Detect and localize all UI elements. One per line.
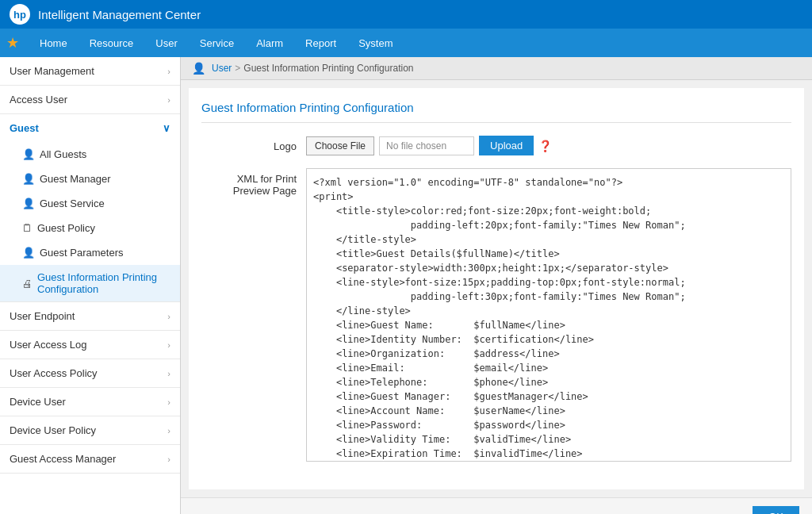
- help-icon[interactable]: ❓: [538, 140, 552, 152]
- sidebar-section-device-user: Device User ›: [0, 388, 180, 416]
- sidebar-section-user-access-log: User Access Log ›: [0, 331, 180, 359]
- nav-star[interactable]: ★: [6, 34, 19, 52]
- choose-file-button[interactable]: Choose File: [306, 136, 374, 155]
- logo-file-control: Choose File No file chosen Upload ❓: [306, 136, 791, 155]
- sidebar-item-guest-manager[interactable]: 👤 Guest Manager: [0, 167, 180, 191]
- logo-form-row: Logo Choose File No file chosen Upload ❓: [201, 136, 791, 155]
- person-icon: 👤: [22, 148, 35, 160]
- chevron-right-icon: ›: [167, 340, 170, 350]
- sidebar: User Management › Access User › Guest ∨ …: [0, 57, 181, 514]
- sidebar-section-user-management: User Management ›: [0, 57, 180, 86]
- sidebar-section-user-endpoint: User Endpoint ›: [0, 302, 180, 331]
- sidebar-group-guest[interactable]: Guest ∨: [0, 114, 180, 142]
- sidebar-item-all-guests[interactable]: 👤 All Guests: [0, 142, 180, 167]
- top-header: hp Intelligent Management Center: [0, 0, 812, 29]
- nav-alarm[interactable]: Alarm: [245, 29, 294, 57]
- sidebar-section-user-access-policy: User Access Policy ›: [0, 359, 180, 388]
- file-input-area: Choose File No file chosen Upload ❓: [306, 136, 791, 155]
- bottom-bar: OK: [181, 497, 812, 514]
- sidebar-item-user-access-policy[interactable]: User Access Policy ›: [0, 359, 180, 387]
- sidebar-item-user-management[interactable]: User Management ›: [0, 57, 180, 85]
- file-name-display: No file chosen: [379, 136, 474, 155]
- chevron-right-icon: ›: [167, 312, 170, 321]
- chevron-right-icon: ›: [167, 67, 170, 76]
- user-icon: 👤: [192, 62, 205, 75]
- nav-service[interactable]: Service: [189, 29, 245, 57]
- page-title: Guest Information Printing Configuration: [201, 101, 791, 123]
- person-icon: 👤: [22, 198, 35, 209]
- ok-button[interactable]: OK: [753, 506, 799, 514]
- nav-resource[interactable]: Resource: [79, 29, 145, 57]
- logo-label: Logo: [201, 136, 297, 152]
- sidebar-item-device-user-policy[interactable]: Device User Policy ›: [0, 416, 180, 444]
- nav-home[interactable]: Home: [29, 29, 79, 57]
- sidebar-item-guest-policy[interactable]: 🗒 Guest Policy: [0, 216, 180, 240]
- sidebar-section-access-user: Access User ›: [0, 86, 180, 114]
- nav-report[interactable]: Report: [294, 29, 347, 57]
- chevron-right-icon: ›: [167, 397, 170, 407]
- params-icon: 👤: [22, 247, 35, 259]
- sidebar-item-user-endpoint[interactable]: User Endpoint ›: [0, 302, 180, 330]
- nav-bar: ★ Home Resource User Service Alarm Repor…: [0, 29, 812, 57]
- xml-label: XML for Print Preview Page: [201, 168, 297, 197]
- page-content: Guest Information Printing Configuration…: [189, 88, 804, 489]
- sidebar-item-guest-access-manager[interactable]: Guest Access Manager ›: [0, 445, 180, 473]
- policy-icon: 🗒: [22, 222, 33, 234]
- sidebar-section-device-user-policy: Device User Policy ›: [0, 416, 180, 445]
- sidebar-item-access-user[interactable]: Access User ›: [0, 86, 180, 113]
- sidebar-item-guest-service[interactable]: 👤 Guest Service: [0, 191, 180, 216]
- chevron-right-icon: ›: [167, 455, 170, 464]
- main-layout: User Management › Access User › Guest ∨ …: [0, 57, 812, 514]
- content-area: 👤 User > Guest Information Printing Conf…: [181, 57, 812, 514]
- nav-user[interactable]: User: [144, 29, 188, 57]
- breadcrumb: 👤 User > Guest Information Printing Conf…: [181, 57, 812, 80]
- print-icon: 🖨: [22, 278, 33, 290]
- nav-system[interactable]: System: [347, 29, 404, 57]
- chevron-right-icon: ›: [167, 369, 170, 378]
- app-title: Intelligent Management Center: [38, 8, 201, 21]
- sidebar-section-guest: Guest ∨ 👤 All Guests 👤 Guest Manager 👤 G…: [0, 114, 180, 302]
- sidebar-item-user-access-log[interactable]: User Access Log ›: [0, 331, 180, 359]
- breadcrumb-current: Guest Information Printing Configuration: [243, 63, 413, 74]
- sidebar-item-device-user[interactable]: Device User ›: [0, 388, 180, 416]
- hp-logo: hp: [10, 4, 30, 25]
- sidebar-item-guest-info-print[interactable]: 🖨 Guest Information Printing Configurati…: [0, 265, 180, 301]
- breadcrumb-separator: >: [235, 63, 240, 74]
- xml-textarea[interactable]: [306, 168, 791, 462]
- chevron-right-icon: ›: [167, 95, 170, 105]
- sidebar-section-guest-access-manager: Guest Access Manager ›: [0, 445, 180, 474]
- xml-control: [306, 168, 791, 464]
- breadcrumb-user-link[interactable]: User: [212, 63, 232, 74]
- person-icon: 👤: [22, 173, 35, 185]
- xml-form-row: XML for Print Preview Page: [201, 168, 791, 464]
- chevron-right-icon: ›: [167, 426, 170, 435]
- upload-button[interactable]: Upload: [479, 136, 534, 155]
- sidebar-item-guest-parameters[interactable]: 👤 Guest Parameters: [0, 240, 180, 265]
- chevron-down-icon: ∨: [163, 122, 170, 134]
